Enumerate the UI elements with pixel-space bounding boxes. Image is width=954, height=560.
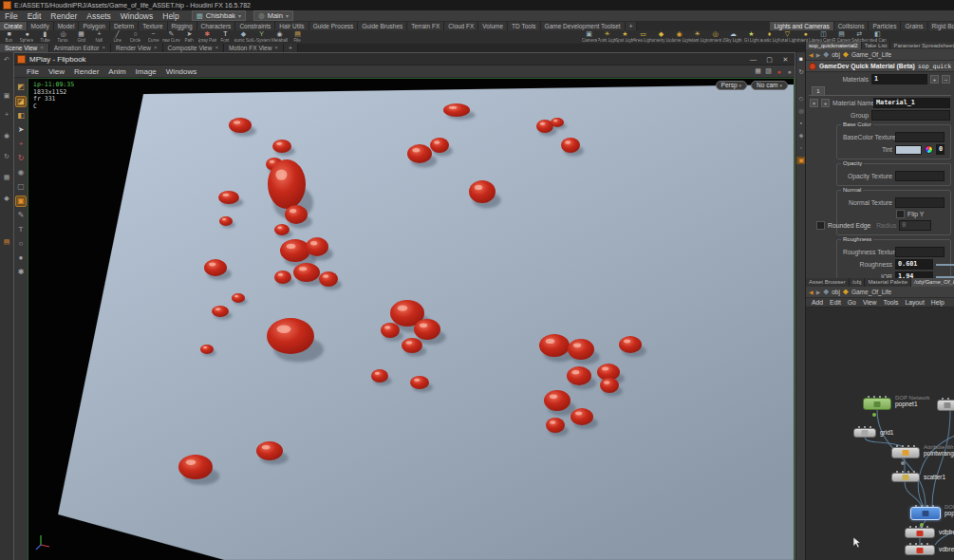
shelf-tool-metaball[interactable]: ◉Metaball <box>271 30 289 44</box>
shelf-tab-td-tools[interactable]: TD Tools <box>508 22 541 30</box>
mplay-tool-icon[interactable]: ◧ <box>15 110 27 121</box>
shelf-tab-cloud-fx[interactable]: Cloud FX <box>444 22 478 30</box>
node-grid1[interactable] <box>853 428 876 438</box>
shelf-tool-portal-light[interactable]: ▽Portal Light <box>778 30 796 44</box>
left-toolbar-icon[interactable]: ↶ <box>2 56 11 64</box>
multiparm-remove-button[interactable]: − <box>942 75 950 84</box>
shelf-tool-box[interactable]: ■Box <box>0 30 18 44</box>
shelf-tool-distant-light[interactable]: ☀Distant Light <box>688 30 706 44</box>
color-wheel-icon[interactable] <box>925 145 933 154</box>
opacity-texture-field[interactable] <box>895 171 945 181</box>
path-context[interactable]: obj <box>832 51 840 58</box>
menu-help[interactable]: Help <box>158 11 183 21</box>
shelf-tab-collisions[interactable]: Collisions <box>834 22 870 30</box>
shelf-tab-item[interactable]: + <box>626 22 638 30</box>
shelf-tab-characters[interactable]: Characters <box>197 22 236 30</box>
menu-assets[interactable]: Assets <box>82 11 116 21</box>
pane-tab-composite-view[interactable]: Composite View× <box>163 44 224 52</box>
path-context[interactable]: obj <box>832 289 840 295</box>
menu-file[interactable]: File <box>0 11 23 21</box>
camera-dropdown[interactable]: No cam ▾ <box>751 81 788 90</box>
network-tab-asset-browser[interactable]: Asset Browser <box>806 278 850 287</box>
shelf-tool-caustic-light[interactable]: ♦Caustic Light <box>760 30 778 44</box>
shelf-tab-particles[interactable]: Particles <box>869 22 901 30</box>
roughness-field[interactable]: 0.601 <box>895 259 933 270</box>
shelf-tool-spot-light[interactable]: ★Spot Light <box>616 30 634 44</box>
mplay-menu-render[interactable]: Render <box>69 67 103 76</box>
roughness-texture-field[interactable] <box>895 247 945 257</box>
forward-icon[interactable]: ▶ <box>816 289 821 295</box>
forward-icon[interactable]: ▶ <box>816 51 821 58</box>
maximize-button[interactable]: ▢ <box>763 54 776 65</box>
mplay-tool-icon[interactable]: ● <box>15 252 27 264</box>
mplay-tool-icon[interactable]: ◪ <box>15 96 27 107</box>
shelf-tool-line[interactable]: ╱Line <box>108 30 126 44</box>
node-pointwrangle1[interactable] <box>891 447 920 458</box>
rounded-edge-checkbox[interactable] <box>816 221 825 230</box>
desktop-select[interactable]: ▦ Chishbak ▾ <box>192 10 246 21</box>
param-tab-sop-quickmaterial2[interactable]: sop_quickmaterial2 <box>806 42 862 49</box>
node-vdbreshapesdf1[interactable] <box>905 545 935 555</box>
shelf-tab-model[interactable]: Model <box>54 22 80 30</box>
param-tab-take-list[interactable]: Take List <box>862 42 891 49</box>
shelf-tab-polygon[interactable]: Polygon <box>79 22 110 30</box>
shelf-tool-file[interactable]: ▤File <box>289 30 307 44</box>
left-toolbar-icon[interactable]: ↻ <box>2 153 11 160</box>
tab-close-icon[interactable]: × <box>274 44 278 52</box>
shelf-tool-gi-light[interactable]: ★GI Light <box>742 30 760 44</box>
shelf-tool-draw-curve[interactable]: ✎Draw Curve <box>162 30 180 44</box>
shelf-tool-circle[interactable]: ○Circle <box>126 30 144 44</box>
shelf-tool-camera[interactable]: ▣Camera <box>580 30 598 44</box>
network-tab-material-palette[interactable]: Material Palette <box>865 278 911 287</box>
shelf-tool-area-light[interactable]: ▭Area Light <box>634 30 652 44</box>
shelf-tool-grid[interactable]: ▦Grid <box>72 30 90 44</box>
group-field[interactable] <box>871 110 950 121</box>
pane-tab-motion-fx-view[interactable]: Motion FX View× <box>224 44 284 52</box>
node-popnet1[interactable] <box>863 398 891 410</box>
mplay-tool-icon[interactable]: ▢ <box>15 181 27 193</box>
back-icon[interactable]: ◀ <box>809 289 814 295</box>
mplay-tool-icon[interactable]: ↻ <box>15 153 27 164</box>
network-menu-view[interactable]: View <box>860 299 880 306</box>
node-popnet2[interactable] <box>910 507 941 520</box>
tint-color-swatch[interactable] <box>895 145 922 155</box>
network-tab-obj-game-of-life[interactable]: /obj/Game_Of_Life <box>911 278 954 287</box>
compare-icon[interactable]: ▦ <box>753 67 763 75</box>
shelf-tool-sphere[interactable]: ●Sphere <box>18 30 36 44</box>
network-menu-help[interactable]: Help <box>928 299 947 306</box>
layout-select[interactable]: ◎ Main ▾ <box>253 10 293 21</box>
shelf-tab-texture[interactable]: Texture <box>139 22 167 30</box>
shelf-tab-constraints[interactable]: Constraints <box>235 22 275 30</box>
left-toolbar-icon[interactable]: ◆ <box>2 195 11 202</box>
left-toolbar-icon[interactable]: ▣ <box>2 92 11 100</box>
mplay-menu-anim[interactable]: Anim <box>103 67 130 76</box>
mplay-tool-icon[interactable]: + <box>15 139 27 150</box>
shelf-tool-font[interactable]: TFont <box>216 30 234 44</box>
shelf-tab-terrain-fx[interactable]: Terrain FX <box>407 22 444 30</box>
shelf-tool-volume-light[interactable]: ◉Volume Light <box>670 30 688 44</box>
shelf-tool-spray-paint[interactable]: ✱Spray Paint <box>198 30 216 44</box>
shelf-tab-rigid-bodies[interactable]: Rigid Bodies <box>928 22 954 30</box>
node-scatter1[interactable] <box>891 473 920 482</box>
tab-close-icon[interactable]: × <box>154 44 158 52</box>
mplay-tool-icon[interactable]: ✱ <box>15 267 27 278</box>
network-menu-add[interactable]: Add <box>809 299 826 306</box>
network-menu-layout[interactable]: Layout <box>902 299 926 306</box>
flip-y-checkbox[interactable] <box>896 210 905 218</box>
shelf-tab-guide-brushes[interactable]: Guide Brushes <box>358 22 407 30</box>
back-icon[interactable]: ◀ <box>809 51 814 58</box>
tab-close-icon[interactable]: × <box>215 44 218 52</box>
menu-render[interactable]: Render <box>46 11 82 21</box>
left-toolbar-icon[interactable]: + <box>2 111 11 118</box>
persp-dropdown[interactable]: Persp ▾ <box>716 81 748 90</box>
param-tab-parameter-spreadsheet[interactable]: Parameter Spreadsheet <box>890 42 954 49</box>
shelf-tool-point-light[interactable]: ☀Point Light <box>598 30 616 44</box>
pane-tab-scene-view[interactable]: Scene View× <box>0 44 49 52</box>
left-toolbar-icon[interactable]: ◉ <box>2 132 11 140</box>
item-delete-button[interactable]: × <box>810 99 818 107</box>
pane-tab-render-view[interactable]: Render View× <box>111 44 163 52</box>
shelf-tab-rigging[interactable]: Rigging <box>168 22 197 30</box>
shelf-tab-create[interactable]: Create <box>0 22 28 30</box>
mplay-tool-icon[interactable]: ▣ <box>15 196 27 207</box>
shelf-tool-geometry-light[interactable]: ◆Geometry Light <box>652 30 670 44</box>
